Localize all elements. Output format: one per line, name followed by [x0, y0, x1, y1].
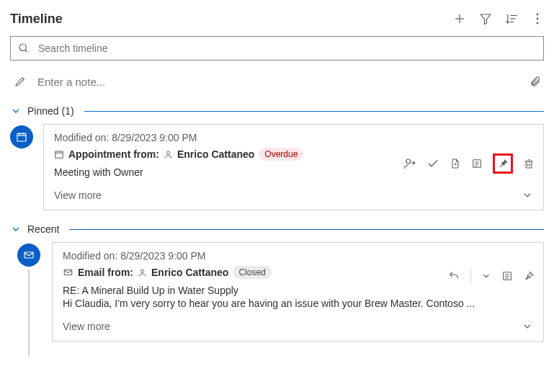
pin-icon[interactable] [523, 270, 535, 282]
pin-highlight [493, 153, 513, 174]
note-action-icon[interactable] [471, 158, 483, 169]
record-type-label: Email from: [78, 267, 133, 278]
view-more-row: View more [54, 190, 533, 201]
svg-point-10 [19, 44, 26, 50]
svg-rect-16 [55, 151, 63, 158]
svg-point-8 [537, 18, 539, 20]
svg-point-19 [406, 159, 411, 164]
chevron-down-icon [10, 105, 22, 117]
recent-section: Modified on: 8/29/2023 9:00 PM Email fro… [10, 242, 544, 342]
pinned-card-actions [403, 153, 535, 174]
section-divider [84, 111, 544, 112]
more-icon[interactable] [531, 12, 544, 25]
page-title: Timeline [10, 12, 63, 27]
svg-marker-2 [481, 14, 491, 24]
recent-card: Modified on: 8/29/2023 9:00 PM Email fro… [52, 242, 544, 342]
pencil-icon [14, 76, 26, 87]
body-preview: Hi Claudia, I'm very sorry to hear you a… [63, 298, 533, 309]
search-input[interactable] [37, 42, 536, 55]
status-badge: Closed [233, 266, 271, 279]
svg-point-9 [537, 22, 539, 24]
email-icon [63, 267, 73, 277]
modified-label: Modified on: 8/29/2023 9:00 PM [54, 132, 533, 143]
calendar-badge-icon [10, 125, 33, 148]
timeline-gutter [10, 242, 52, 342]
record-type-label: Appointment from: [68, 148, 159, 160]
status-badge: Overdue [259, 148, 303, 161]
section-recent-label: Recent [27, 223, 59, 235]
recent-card-actions [447, 269, 535, 283]
section-pinned-header[interactable]: Pinned (1) [10, 105, 544, 117]
svg-point-7 [537, 14, 539, 16]
attachment-icon[interactable] [530, 75, 541, 88]
calendar-icon [54, 149, 64, 159]
search-box[interactable] [10, 36, 544, 61]
note-input[interactable] [36, 75, 519, 89]
chevron-down-icon[interactable] [481, 271, 491, 281]
svg-point-18 [166, 151, 169, 154]
person-icon [164, 150, 173, 159]
timeline-header: Timeline [10, 6, 544, 32]
reply-icon[interactable] [447, 270, 460, 282]
pinned-card: Modified on: 8/29/2023 9:00 PM Appointme… [43, 124, 544, 210]
divider [470, 269, 471, 283]
header-actions [453, 12, 544, 25]
sort-icon[interactable] [505, 12, 518, 25]
svg-rect-12 [17, 133, 26, 141]
chevron-down-icon[interactable] [522, 190, 533, 201]
chevron-down-icon[interactable] [522, 321, 533, 332]
svg-rect-24 [526, 161, 532, 168]
note-action-icon[interactable] [501, 270, 513, 282]
svg-line-11 [25, 50, 27, 52]
from-name[interactable]: Enrico Cattaneo [177, 148, 254, 160]
svg-point-31 [140, 270, 143, 272]
pin-icon[interactable] [496, 157, 509, 170]
timeline-line [28, 270, 30, 356]
section-pinned-label: Pinned (1) [27, 105, 74, 117]
section-divider [69, 229, 544, 230]
open-record-icon[interactable] [450, 157, 461, 170]
pinned-item-row: Modified on: 8/29/2023 9:00 PM Appointme… [10, 124, 544, 210]
note-row[interactable] [10, 71, 544, 92]
section-recent-header[interactable]: Recent [10, 223, 544, 235]
from-name[interactable]: Enrico Cattaneo [151, 267, 228, 278]
add-icon[interactable] [453, 12, 466, 25]
subject-text: RE: A Mineral Build Up in Water Supply [63, 285, 533, 296]
filter-icon[interactable] [479, 12, 492, 25]
view-more-row: View more [63, 321, 533, 332]
view-more-link[interactable]: View more [63, 321, 110, 332]
chevron-down-icon [10, 223, 22, 235]
delete-icon[interactable] [523, 157, 535, 170]
recent-item-row: Modified on: 8/29/2023 9:00 PM Email fro… [10, 242, 544, 342]
search-icon [18, 43, 30, 54]
person-icon [138, 268, 147, 277]
email-badge-icon [17, 244, 40, 267]
assign-icon[interactable] [403, 157, 416, 170]
mark-complete-icon[interactable] [426, 157, 439, 170]
view-more-link[interactable]: View more [54, 190, 102, 201]
modified-label: Modified on: 8/29/2023 9:00 PM [63, 250, 533, 262]
